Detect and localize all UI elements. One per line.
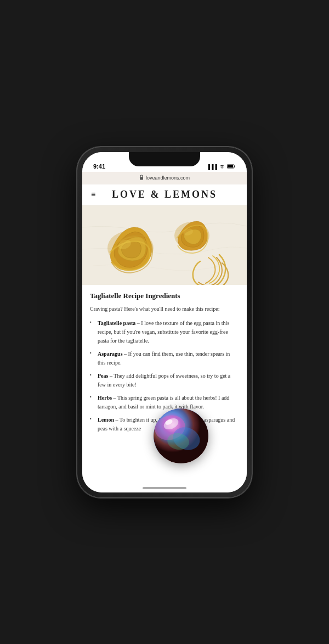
ingredient-name-3: Peas xyxy=(98,373,108,379)
list-item: Peas – They add delightful pops of sweet… xyxy=(90,372,239,389)
list-item: Asparagus – If you can find them, use th… xyxy=(90,350,239,367)
pasta-illustration xyxy=(82,205,247,285)
intro-text: Craving pasta? Here's what you'll need t… xyxy=(90,305,239,313)
phone-screen: 9:41 ▐▐▐ xyxy=(82,152,247,492)
svg-rect-3 xyxy=(140,177,143,180)
status-time: 9:41 xyxy=(93,163,105,170)
browser-bar[interactable]: loveandlemons.com xyxy=(82,172,247,184)
ingredient-name-1: Tagliatelle pasta xyxy=(98,320,135,326)
wifi-icon xyxy=(219,164,225,170)
hero-image xyxy=(82,205,247,285)
nav-bar: ≡ LOVE & LEMONS xyxy=(82,184,247,205)
ingredient-name-4: Herbs xyxy=(98,395,112,401)
signal-icon: ▐▐▐ xyxy=(207,164,217,170)
content-area: Tagliatelle Recipe Ingredients Craving p… xyxy=(82,285,247,492)
siri-visual xyxy=(154,408,208,463)
list-item: Tagliatelle pasta – I love the texture o… xyxy=(90,319,239,345)
home-indicator[interactable] xyxy=(143,487,186,489)
phone-frame: 9:41 ▐▐▐ xyxy=(77,147,252,498)
browser-url: loveandlemons.com xyxy=(146,175,190,181)
lock-icon xyxy=(139,175,144,181)
ingredient-name-5: Lemon xyxy=(98,417,114,423)
status-icons: ▐▐▐ xyxy=(207,164,236,170)
battery-icon xyxy=(227,164,236,170)
siri-overlay[interactable] xyxy=(154,408,208,463)
svg-rect-1 xyxy=(235,165,236,167)
hamburger-menu-icon[interactable]: ≡ xyxy=(91,190,95,199)
ingredient-desc-4: – This spring green pasta is all about t… xyxy=(98,395,229,410)
notch xyxy=(129,152,200,166)
site-title: LOVE & LEMONS xyxy=(112,189,217,200)
svg-rect-2 xyxy=(228,165,233,167)
ingredient-desc-3: – They add delightful pops of sweetness,… xyxy=(98,373,230,388)
section-title: Tagliatelle Recipe Ingredients xyxy=(90,292,239,300)
ingredient-name-2: Asparagus xyxy=(98,351,123,357)
